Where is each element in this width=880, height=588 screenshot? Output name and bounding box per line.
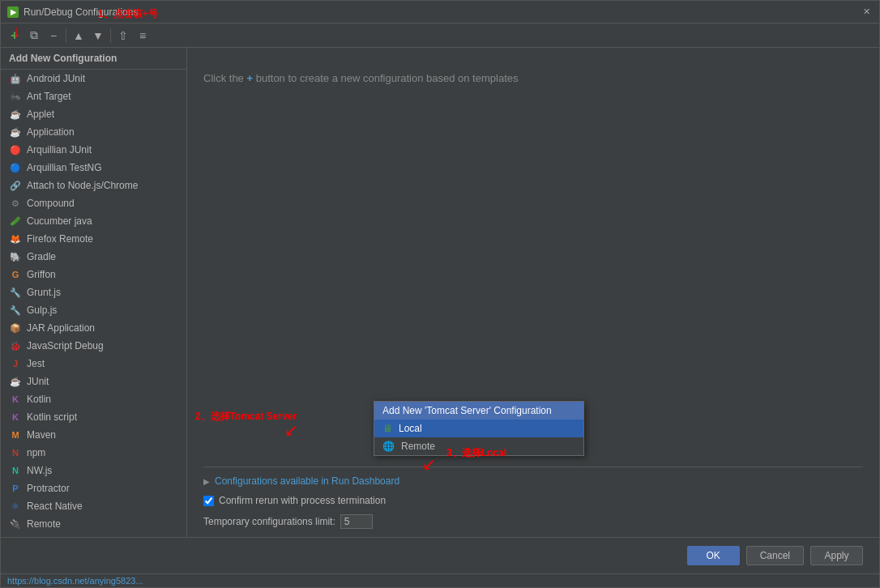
remove-button[interactable]: − bbox=[45, 27, 62, 45]
cancel-button[interactable]: Cancel bbox=[746, 546, 804, 565]
sort-button[interactable]: ≡ bbox=[134, 27, 152, 45]
title-bar: ▶ Run/Debug Configurations ✕ bbox=[1, 1, 879, 23]
sidebar-item-gulpjs[interactable]: 🔧 Gulp.js bbox=[1, 301, 186, 319]
jest-icon: J bbox=[9, 357, 22, 370]
sidebar-label-remote: Remote bbox=[27, 518, 61, 530]
sidebar-label-protractor: Protractor bbox=[27, 483, 70, 494]
confirm-label: Confirm rerun with process termination bbox=[219, 495, 386, 506]
sidebar-label-kotlin: Kotlin bbox=[27, 394, 51, 405]
apply-button[interactable]: Apply bbox=[810, 546, 863, 565]
temp-config-row: Temporary configurations limit: bbox=[203, 514, 863, 529]
context-menu-label-local: Local bbox=[399, 423, 422, 434]
temp-config-input[interactable] bbox=[340, 514, 373, 529]
gulp-icon: 🔧 bbox=[9, 304, 22, 317]
attach-nodejs-icon: 🔗 bbox=[9, 179, 22, 192]
kotlin-script-icon: K bbox=[9, 411, 22, 424]
react-native-icon: ⚛ bbox=[9, 500, 22, 513]
sidebar-item-arquillian-testng[interactable]: 🔵 Arquillian TestNG bbox=[1, 159, 186, 177]
sidebar-item-application[interactable]: ☕ Application bbox=[1, 123, 186, 141]
bottom-bar-text: https://blog.csdn.net/anying5823... bbox=[7, 576, 143, 586]
sidebar-item-npm[interactable]: N npm bbox=[1, 444, 186, 462]
sidebar-item-protractor[interactable]: P Protractor bbox=[1, 479, 186, 497]
sidebar-item-remote[interactable]: 🔌 Remote bbox=[1, 515, 186, 533]
sidebar: Add New Configuration 🤖 Android JUnit 🐜 … bbox=[1, 48, 187, 537]
add-configuration-button[interactable]: + bbox=[6, 27, 23, 45]
js-debug-icon: 🐞 bbox=[9, 339, 22, 352]
sidebar-label-attach-nodejs: Attach to Node.js/Chrome bbox=[27, 180, 138, 191]
add-icon: + bbox=[11, 28, 18, 43]
title-icon: ▶ bbox=[7, 6, 19, 18]
remote-menu-icon: 🌐 bbox=[382, 441, 395, 452]
context-menu-item-local[interactable]: 🖥 Local bbox=[374, 420, 583, 437]
protractor-icon: P bbox=[9, 482, 22, 495]
ok-button[interactable]: OK bbox=[687, 546, 740, 565]
sidebar-item-gradle[interactable]: 🐘 Gradle bbox=[1, 248, 186, 266]
sidebar-item-javascript-debug[interactable]: 🐞 JavaScript Debug bbox=[1, 337, 186, 355]
remote-icon: 🔌 bbox=[9, 518, 22, 530]
main-content: Add New Configuration 🤖 Android JUnit 🐜 … bbox=[1, 48, 879, 537]
ant-icon: 🐜 bbox=[9, 90, 22, 103]
footer-buttons: OK Cancel Apply bbox=[1, 537, 879, 573]
local-icon: 🖥 bbox=[382, 423, 392, 434]
confirm-checkbox[interactable] bbox=[203, 496, 214, 506]
sidebar-item-android-junit[interactable]: 🤖 Android JUnit bbox=[1, 70, 186, 87]
run-dashboard-row[interactable]: ▶ Configurations available in Run Dashbo… bbox=[203, 475, 863, 487]
sidebar-item-jest[interactable]: J Jest bbox=[1, 355, 186, 373]
sidebar-header: Add New Configuration bbox=[1, 48, 186, 70]
up-icon: ▲ bbox=[73, 29, 84, 42]
run-dashboard-link[interactable]: Configurations available in Run Dashboar… bbox=[215, 475, 399, 487]
sidebar-label-arquillian-junit: Arquillian JUnit bbox=[27, 144, 92, 156]
junit-icon: ☕ bbox=[9, 375, 22, 388]
sidebar-label-javascript-debug: JavaScript Debug bbox=[27, 340, 104, 352]
move-up-button[interactable]: ▲ bbox=[70, 27, 88, 45]
minus-icon: − bbox=[50, 29, 57, 42]
griffon-icon: G bbox=[9, 268, 22, 281]
sidebar-item-junit[interactable]: ☕ JUnit bbox=[1, 373, 186, 390]
dialog: 1、点击该+号 ▶ Run/Debug Configurations ✕ ↓ +… bbox=[0, 0, 880, 588]
sidebar-item-compound[interactable]: ⚙ Compound bbox=[1, 194, 186, 212]
confirm-row: Confirm rerun with process termination bbox=[203, 495, 863, 506]
sidebar-item-maven[interactable]: M Maven bbox=[1, 426, 186, 444]
sidebar-item-jar-application[interactable]: 📦 JAR Application bbox=[1, 319, 186, 337]
cucumber-icon: 🥒 bbox=[9, 215, 22, 228]
move-down-button[interactable]: ▼ bbox=[89, 27, 107, 45]
sidebar-item-attach-nodejs[interactable]: 🔗 Attach to Node.js/Chrome bbox=[1, 177, 186, 194]
toolbar-sep-1 bbox=[66, 28, 66, 43]
arquillian-junit-icon: 🔴 bbox=[9, 143, 22, 156]
collapse-triangle-icon: ▶ bbox=[203, 477, 210, 486]
context-menu-header[interactable]: Add New 'Tomcat Server' Configuration bbox=[374, 402, 583, 420]
title-bar-left: ▶ Run/Debug Configurations bbox=[7, 6, 138, 18]
sidebar-label-gruntjs: Grunt.js bbox=[27, 287, 61, 298]
sidebar-label-junit: JUnit bbox=[27, 376, 49, 387]
sidebar-item-arquillian-junit[interactable]: 🔴 Arquillian JUnit bbox=[1, 141, 186, 159]
sidebar-item-griffon[interactable]: G Griffon bbox=[1, 266, 186, 283]
sidebar-item-kotlin[interactable]: K Kotlin bbox=[1, 390, 186, 408]
gradle-icon: 🐘 bbox=[9, 250, 22, 263]
down-icon: ▼ bbox=[92, 29, 104, 42]
share-icon: ⇧ bbox=[118, 29, 128, 42]
sidebar-item-firefox-remote[interactable]: 🦊 Firefox Remote bbox=[1, 230, 186, 248]
sidebar-item-applet[interactable]: ☕ Applet bbox=[1, 105, 186, 123]
sidebar-item-react-native[interactable]: ⚛ React Native bbox=[1, 497, 186, 515]
sidebar-item-cucumber[interactable]: 🥒 Cucumber java bbox=[1, 212, 186, 230]
sidebar-item-gruntjs[interactable]: 🔧 Grunt.js bbox=[1, 283, 186, 301]
context-menu-item-remote[interactable]: 🌐 Remote bbox=[374, 437, 583, 455]
firefox-icon: 🦊 bbox=[9, 232, 22, 245]
sidebar-item-nwjs[interactable]: N NW.js bbox=[1, 462, 186, 479]
sidebar-label-gradle: Gradle bbox=[27, 251, 56, 262]
sidebar-label-react-native: React Native bbox=[27, 501, 83, 512]
sidebar-label-jar-application: JAR Application bbox=[27, 322, 95, 334]
context-menu-title: Add New 'Tomcat Server' Configuration bbox=[382, 405, 552, 416]
sidebar-item-kotlin-script[interactable]: K Kotlin script bbox=[1, 408, 186, 426]
share-button[interactable]: ⇧ bbox=[114, 27, 132, 45]
sidebar-label-griffon: Griffon bbox=[27, 269, 56, 280]
maven-icon: M bbox=[9, 428, 22, 441]
sidebar-label-npm: npm bbox=[27, 447, 45, 458]
close-button[interactable]: ✕ bbox=[860, 6, 873, 18]
sidebar-item-ant-target[interactable]: 🐜 Ant Target bbox=[1, 87, 186, 105]
context-menu: Add New 'Tomcat Server' Configuration 🖥 … bbox=[374, 401, 584, 456]
android-icon: 🤖 bbox=[9, 72, 22, 85]
copy-button[interactable]: ⧉ bbox=[25, 27, 43, 45]
sidebar-label-applet: Applet bbox=[27, 109, 54, 120]
right-panel: Click the + button to create a new confi… bbox=[187, 48, 879, 537]
